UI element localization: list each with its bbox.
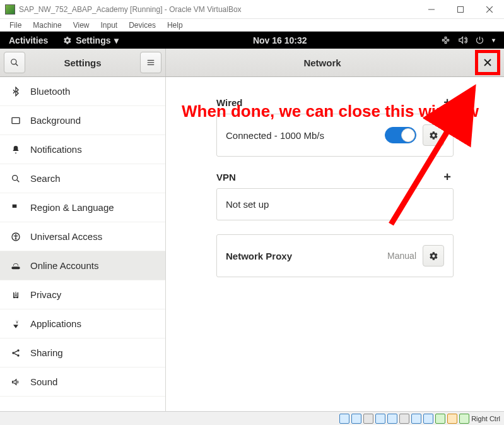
sidebar-item-universal[interactable]: Universal Access [0,222,165,251]
svg-point-13 [13,175,18,180]
wired-connection-row[interactable]: Connected - 1000 Mb/s [216,114,454,157]
maximize-button[interactable] [446,0,475,19]
vpn-heading: VPN [216,172,236,183]
activities-button[interactable]: Activities [0,35,57,45]
sidebar-item-label: Sharing [30,347,63,358]
svg-rect-1 [458,6,464,12]
svg-line-22 [14,350,17,352]
power-icon [475,35,484,45]
vb-status-icon[interactable] [447,414,457,424]
vb-status-icon[interactable] [459,414,469,424]
sidebar-item-applications[interactable]: Applications [0,309,165,338]
menu-input[interactable]: Input [95,21,124,30]
vb-status-icon[interactable] [435,414,445,424]
sidebar-item-sharing[interactable]: Sharing [0,338,165,368]
vb-status-icon[interactable] [339,414,349,424]
app-menu-label: Settings [76,35,110,45]
vpn-status-text: Not set up [226,199,444,210]
vpn-row[interactable]: Not set up [216,188,454,220]
wired-toggle[interactable] [385,127,416,143]
sidebar-item-online[interactable]: Online Accounts [0,251,165,280]
network-icon [441,35,450,45]
vb-status-icon[interactable] [363,414,373,424]
wired-settings-button[interactable] [423,124,444,146]
virtualbox-statusbar: Right Ctrl [0,411,504,425]
system-tray[interactable]: ▾ [435,35,504,45]
sidebar-item-search[interactable]: Search [0,164,165,193]
virtualbox-menubar: File Machine View Input Devices Help [0,19,504,32]
sidebar-item-label: Notifications [30,144,82,155]
search-icon [10,174,21,184]
sidebar-item-bluetooth[interactable]: Bluetooth [0,77,165,106]
menu-help[interactable]: Help [161,21,189,30]
menu-icon [146,58,155,67]
vb-status-icon[interactable] [411,414,421,424]
menu-machine[interactable]: Machine [27,21,67,30]
virtualbox-title-text: SAP_NW_752_ABAP_Academy [Running] - Orac… [19,5,417,14]
online-icon [10,261,21,271]
gear-icon [63,36,72,45]
background-icon [10,116,21,126]
svg-point-17 [13,296,15,298]
menu-view[interactable]: View [67,21,95,30]
vb-status-icon[interactable] [387,414,397,424]
proxy-mode-text: Manual [387,251,416,261]
sidebar-item-label: Privacy [30,289,61,300]
virtualbox-icon [5,4,15,15]
menu-devices[interactable]: Devices [123,21,161,30]
sidebar-item-privacy[interactable]: Privacy [0,280,165,309]
sidebar-item-background[interactable]: Background [0,106,165,135]
close-window-button[interactable] [475,0,504,19]
left-headerbar-title: Settings [29,57,136,68]
sound-icon [10,377,21,387]
sidebar-item-sound[interactable]: Sound [0,368,165,397]
proxy-settings-button[interactable] [423,245,444,266]
hamburger-menu-button[interactable] [140,52,161,73]
gear-icon [429,251,438,261]
svg-point-16 [15,234,16,235]
close-icon [484,59,491,66]
settings-sidebar[interactable]: BluetoothBackgroundNotificationsSearchRe… [0,77,166,425]
sidebar-item-notifications[interactable]: Notifications [0,135,165,164]
svg-line-23 [14,353,17,355]
add-wired-button[interactable]: + [441,96,454,109]
search-icon [10,58,19,67]
sidebar-item-label: Background [30,115,81,126]
sidebar-item-label: Search [30,173,61,184]
sidebar-item-label: Sound [30,376,57,387]
region-icon [10,203,21,213]
svg-line-14 [17,180,19,182]
annotation-highlight-box [475,50,500,75]
gear-icon [429,131,438,140]
wired-heading: Wired [216,97,243,108]
sidebar-item-label: Region & Language [30,202,114,213]
panel-clock[interactable]: Nov 16 10:32 [247,35,314,45]
notifications-icon [10,145,21,155]
search-button[interactable] [4,52,25,73]
svg-point-18 [16,296,18,298]
proxy-row[interactable]: Network Proxy Manual [216,234,454,277]
menu-file[interactable]: File [4,21,27,30]
minimize-button[interactable] [417,0,446,19]
sidebar-item-label: Universal Access [30,231,102,242]
bluetooth-icon [10,87,21,97]
sidebar-item-region[interactable]: Region & Language [0,193,165,222]
close-button[interactable] [478,53,497,72]
privacy-icon [10,290,21,300]
vb-status-icon[interactable] [375,414,385,424]
vb-status-icon[interactable] [351,414,361,424]
virtualbox-titlebar: SAP_NW_752_ABAP_Academy [Running] - Orac… [0,0,504,19]
vb-status-icon[interactable] [423,414,433,424]
vb-status-icon[interactable] [399,414,409,424]
app-menu[interactable]: Settings ▾ [57,35,125,45]
add-vpn-button[interactable]: + [441,171,454,183]
gnome-top-panel: Activities Settings ▾ Nov 16 10:32 ▾ [0,32,504,49]
sidebar-item-label: Online Accounts [30,260,98,271]
svg-line-6 [16,64,18,66]
sidebar-item-label: Applications [30,318,81,329]
headerbar: Settings Network [0,49,504,77]
network-panel: Wired + Connected - 1000 Mb/s VPN + Not … [166,77,504,425]
proxy-label: Network Proxy [226,251,381,261]
svg-rect-12 [12,117,20,123]
chevron-down-icon: ▾ [114,35,119,45]
